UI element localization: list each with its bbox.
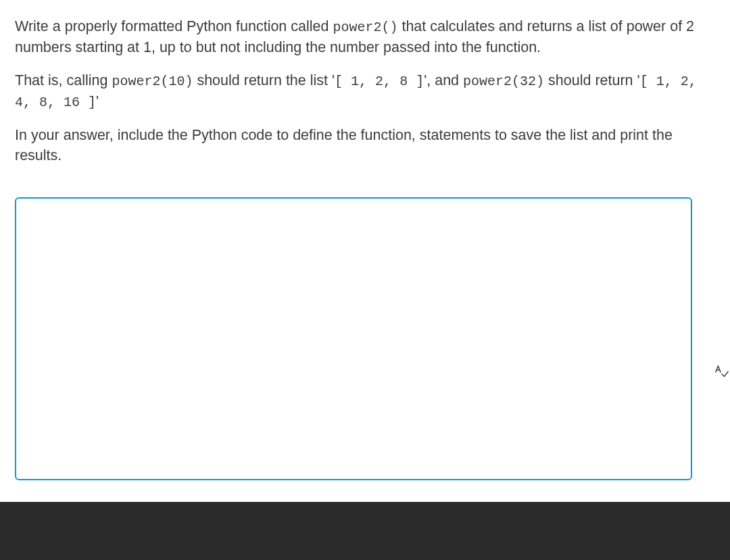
code-inline: power2(10) bbox=[112, 74, 193, 89]
text-fragment: ' bbox=[96, 93, 99, 109]
text-fragment: That is, calling bbox=[15, 72, 112, 88]
prompt-paragraph-1: Write a properly formatted Python functi… bbox=[15, 16, 715, 58]
text-fragment: Write a properly formatted Python functi… bbox=[15, 18, 333, 34]
code-inline: power2(32) bbox=[463, 74, 544, 89]
prompt-paragraph-3: In your answer, include the Python code … bbox=[15, 125, 715, 166]
prompt-paragraph-2: That is, calling power2(10) should retur… bbox=[15, 70, 715, 113]
code-inline: [ 1, 2, 8 ] bbox=[335, 74, 424, 89]
text-fragment: ', and bbox=[424, 72, 463, 88]
question-prompt: Write a properly formatted Python functi… bbox=[15, 16, 715, 166]
text-fragment: should return ' bbox=[544, 72, 640, 88]
code-inline: power2() bbox=[333, 20, 397, 35]
spellcheck-button[interactable] bbox=[711, 362, 730, 381]
question-card: Write a properly formatted Python functi… bbox=[0, 0, 730, 502]
spellcheck-icon bbox=[714, 364, 729, 379]
answer-input[interactable] bbox=[15, 197, 692, 480]
text-fragment: should return the list ' bbox=[193, 72, 335, 88]
